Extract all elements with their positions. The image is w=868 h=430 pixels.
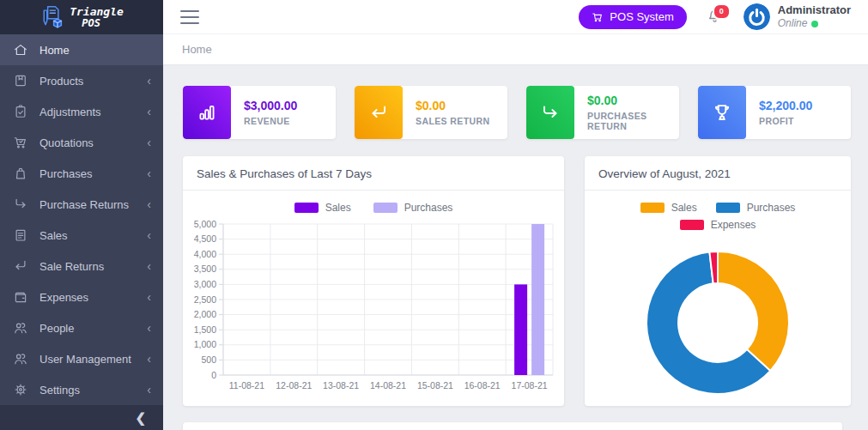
svg-text:11-08-21: 11-08-21 (229, 380, 264, 391)
bar-chart-icon (183, 86, 231, 139)
pos-system-label: POS System (610, 10, 673, 23)
stat-card-body: $3,000.00 REVENUE (231, 86, 297, 139)
chevron-left-icon: ‹ (147, 198, 151, 210)
sidebar: Triangle POS Home Products ‹ Adjustments… (0, 0, 163, 430)
chart-title: Sales & Purchases of Last 7 Days (197, 167, 372, 180)
top-bar: POS System 0 Administrator Online (163, 0, 868, 34)
bar-sales-17-08-21[interactable] (514, 284, 527, 375)
legend-swatch (373, 203, 398, 213)
svg-text:15-08-21: 15-08-21 (417, 380, 453, 391)
sidebar-item-products[interactable]: Products ‹ (0, 65, 163, 96)
purchase-returns-icon (13, 197, 28, 212)
bar-chart: 05001,0001,5002,0002,5003,0003,5004,0004… (189, 217, 558, 403)
svg-text:13-08-21: 13-08-21 (323, 380, 359, 391)
logo-line2: POS (70, 18, 124, 29)
stat-card-body: $2,200.00 PROFIT (746, 86, 812, 139)
svg-text:1,000: 1,000 (194, 339, 216, 349)
sidebar-item-purchases[interactable]: Purchases ‹ (0, 158, 163, 189)
app-logo[interactable]: Triangle POS (0, 0, 163, 34)
sidebar-collapse-bar[interactable]: ❮ (0, 405, 163, 430)
breadcrumb-home[interactable]: Home (182, 43, 212, 56)
legend-label: Purchases (747, 202, 796, 214)
sidebar-item-user-management[interactable]: User Management ‹ (0, 343, 163, 374)
svg-text:17-08-21: 17-08-21 (512, 380, 548, 391)
people-icon (13, 320, 28, 336)
home-icon (13, 42, 28, 58)
legend-item-purchases[interactable]: Purchases (373, 202, 453, 214)
sidebar-item-label: Products (39, 75, 147, 88)
sidebar-item-home[interactable]: Home (0, 34, 163, 65)
sidebar-item-label: People (39, 322, 147, 335)
stat-card-body: $0.00 PURCHASES RETURN (574, 86, 679, 139)
chart-card-header: Sales & Purchases of Last 7 Days (183, 156, 564, 191)
logo-text: Triangle POS (70, 6, 124, 28)
stat-label: PROFIT (759, 116, 812, 126)
return-left-icon (355, 86, 403, 139)
svg-text:16-08-21: 16-08-21 (464, 380, 501, 391)
hamburger-icon[interactable] (180, 10, 199, 24)
chevron-left-icon: ‹ (147, 106, 151, 118)
chevron-left-icon: ‹ (147, 136, 151, 148)
stat-card-sales-return: $0.00 SALES RETURN (355, 86, 507, 139)
svg-text:500: 500 (201, 354, 216, 365)
legend-label: Sales (671, 202, 697, 214)
legend-item-sales[interactable]: Sales (640, 202, 697, 214)
legend-label: Expenses (711, 219, 756, 231)
return-right-icon (539, 101, 561, 124)
sidebar-item-purchase-returns[interactable]: Purchase Returns ‹ (0, 189, 163, 220)
user-text: Administrator Online (778, 3, 851, 30)
sidebar-item-sales[interactable]: Sales ‹ (0, 220, 163, 251)
stat-cards-row: $3,000.00 REVENUE $0.00 SALES RETURN $0.… (183, 86, 851, 139)
user-status-label: Online (778, 17, 808, 30)
legend-item-purchases[interactable]: Purchases (716, 202, 796, 214)
quotations-cart-icon (13, 135, 28, 150)
sale-returns-icon (13, 258, 28, 274)
sidebar-item-adjustments[interactable]: Adjustments ‹ (0, 96, 163, 127)
chevron-left-icon: ‹ (147, 229, 151, 241)
app-window: Triangle POS Home Products ‹ Adjustments… (0, 0, 868, 430)
sidebar-item-label: Sale Returns (39, 260, 147, 273)
stat-value: $0.00 (416, 99, 489, 112)
pos-system-button[interactable]: POS System (579, 5, 686, 29)
donut-slice-sales[interactable] (718, 251, 789, 371)
sidebar-item-expenses[interactable]: Expenses ‹ (0, 282, 163, 312)
svg-text:14-08-21: 14-08-21 (370, 380, 406, 391)
collapse-sidebar-icon[interactable]: ❮ (135, 410, 146, 426)
sidebar-item-label: Purchase Returns (39, 198, 147, 211)
sidebar-item-label: Home (39, 44, 151, 57)
sidebar-item-label: Adjustments (39, 106, 147, 118)
purchase-returns-icon (13, 197, 28, 212)
donut-chart (633, 238, 803, 406)
sidebar-item-sale-returns[interactable]: Sale Returns ‹ (0, 251, 163, 282)
chevron-left-icon: ‹ (147, 75, 151, 87)
bar-chart-icon (196, 101, 218, 124)
sidebar-item-settings[interactable]: Settings ‹ (0, 374, 163, 405)
sidebar-item-quotations[interactable]: Quotations ‹ (0, 127, 163, 158)
bar-purchases-17-08-21[interactable] (531, 224, 544, 375)
legend-label: Sales (325, 202, 351, 214)
stat-card-purchases-return: $0.00 PURCHASES RETURN (526, 86, 679, 139)
products-icon (13, 73, 28, 88)
sidebar-item-label: Quotations (39, 136, 147, 149)
notifications-button[interactable]: 0 (706, 7, 725, 27)
legend-swatch (716, 203, 740, 213)
donut-card-header: Overview of August, 2021 (585, 156, 851, 191)
trophy-icon (711, 101, 733, 124)
triangle-pos-logo-icon (39, 4, 64, 30)
people-icon (13, 320, 28, 336)
stat-value: $3,000.00 (244, 99, 297, 112)
legend-item-expenses[interactable]: Expenses (680, 219, 756, 231)
user-menu[interactable]: Administrator Online (744, 3, 851, 30)
return-right-icon (526, 86, 574, 139)
donut-title: Overview of August, 2021 (598, 167, 731, 180)
breadcrumb: Home (163, 34, 868, 65)
user-management-icon (13, 351, 28, 366)
settings-gear-icon (13, 382, 28, 397)
legend-item-sales[interactable]: Sales (294, 202, 351, 214)
user-name: Administrator (778, 3, 851, 17)
svg-text:0: 0 (211, 370, 216, 380)
stat-label: REVENUE (244, 116, 297, 126)
sidebar-item-people[interactable]: People ‹ (0, 312, 163, 343)
stat-value: $0.00 (587, 94, 679, 107)
chevron-left-icon: ‹ (147, 322, 151, 334)
